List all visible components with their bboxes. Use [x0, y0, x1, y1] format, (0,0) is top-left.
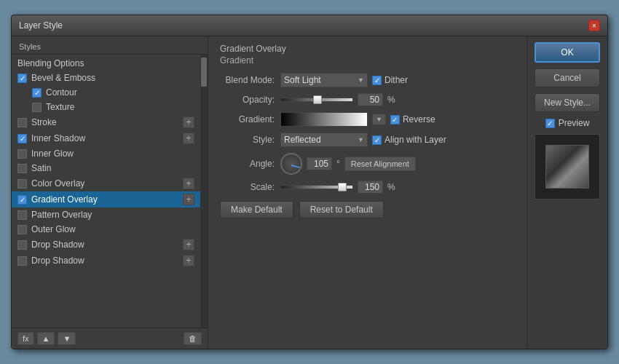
- angle-unit: °: [336, 159, 340, 169]
- sidebar-item-blending-options[interactable]: Blending Options: [12, 56, 200, 71]
- scale-unit: %: [387, 182, 395, 192]
- opacity-slider[interactable]: [280, 98, 353, 102]
- checkbox-outer-glow[interactable]: [17, 225, 27, 234]
- reverse-checkbox[interactable]: ✓: [390, 115, 400, 124]
- add-button-inner-shadow[interactable]: +: [183, 132, 194, 144]
- preview-check-label[interactable]: ✓ Preview: [545, 118, 590, 128]
- opacity-thumb: [313, 95, 322, 104]
- checkbox-texture[interactable]: [32, 103, 42, 112]
- close-button[interactable]: ×: [588, 20, 600, 31]
- checkbox-color-overlay[interactable]: [17, 179, 27, 189]
- gradient-swatch[interactable]: [280, 112, 368, 127]
- scale-label: Scale:: [220, 182, 275, 192]
- fx-button[interactable]: fx: [17, 332, 34, 345]
- opacity-control: %: [280, 93, 515, 106]
- checkbox-contour[interactable]: ✓: [32, 88, 42, 98]
- cancel-button[interactable]: Cancel: [535, 68, 600, 87]
- label-outer-glow: Outer Glow: [31, 224, 76, 234]
- sidebar-item-bevel-emboss[interactable]: ✓Bevel & Emboss: [12, 71, 200, 85]
- sidebar-item-satin[interactable]: Satin: [12, 161, 200, 175]
- footer-toolbar: fx ▲ ▼ 🗑: [12, 328, 208, 349]
- ok-button[interactable]: OK: [535, 42, 600, 63]
- sidebar-item-texture[interactable]: Texture: [12, 100, 200, 114]
- right-panel: OK Cancel New Style... ✓ Preview: [527, 36, 607, 349]
- sidebar-item-contour[interactable]: ✓Contour: [12, 85, 200, 100]
- checkbox-inner-glow[interactable]: [17, 149, 27, 159]
- label-contour: Contour: [46, 87, 77, 98]
- opacity-unit: %: [387, 95, 395, 105]
- label-gradient-overlay: Gradient Overlay: [31, 194, 98, 205]
- reverse-check-label[interactable]: ✓ Reverse: [390, 114, 435, 124]
- bottom-buttons: Make Default Reset to Default: [220, 201, 515, 218]
- scroll-thumb: [201, 58, 207, 87]
- sidebar-item-stroke[interactable]: Stroke+: [12, 114, 200, 130]
- gradient-control: ▼ ✓ Reverse: [280, 112, 515, 127]
- dither-check-label[interactable]: ✓ Dither: [372, 75, 408, 85]
- move-down-button[interactable]: ▼: [58, 332, 76, 345]
- panel-subtitle: Gradient: [220, 55, 515, 66]
- checkbox-inner-shadow[interactable]: ✓: [17, 134, 27, 143]
- label-color-overlay: Color Overlay: [31, 178, 84, 189]
- add-button-drop-shadow-1[interactable]: +: [183, 239, 194, 250]
- align-check-label[interactable]: ✓ Align with Layer: [372, 135, 446, 145]
- dither-label: Dither: [385, 75, 408, 85]
- make-default-button[interactable]: Make Default: [220, 201, 293, 218]
- label-stroke: Stroke: [31, 117, 57, 127]
- dither-checkbox[interactable]: ✓: [372, 76, 382, 85]
- add-button-stroke[interactable]: +: [183, 116, 194, 128]
- style-control: Reflected ▼ ✓ Align with Layer: [280, 132, 515, 147]
- checkbox-pattern-overlay[interactable]: [17, 210, 27, 220]
- blend-mode-arrow: ▼: [358, 76, 364, 84]
- align-checkbox[interactable]: ✓: [372, 135, 382, 145]
- opacity-input[interactable]: [358, 93, 383, 106]
- style-value: Reflected: [284, 135, 321, 145]
- preview-label: Preview: [559, 118, 590, 128]
- delete-button[interactable]: 🗑: [184, 332, 202, 345]
- sidebar-item-outer-glow[interactable]: Outer Glow: [12, 222, 200, 237]
- checkbox-satin[interactable]: [17, 164, 27, 173]
- dialog-body: Styles Blending Options✓Bevel & Emboss✓C…: [12, 36, 607, 349]
- scale-input[interactable]: [358, 181, 383, 194]
- add-button-drop-shadow-2[interactable]: +: [183, 255, 194, 266]
- scrollbar[interactable]: [200, 55, 208, 328]
- checkbox-gradient-overlay[interactable]: ✓: [17, 195, 27, 205]
- gradient-row: Gradient: ▼ ✓ Reverse: [220, 112, 515, 127]
- scale-row: Scale: %: [220, 181, 515, 194]
- angle-label: Angle:: [220, 159, 275, 169]
- new-style-button[interactable]: New Style...: [535, 93, 600, 112]
- reset-alignment-button[interactable]: Reset Alignment: [344, 157, 416, 171]
- sidebar-item-drop-shadow-1[interactable]: Drop Shadow+: [12, 237, 200, 253]
- gradient-arrow[interactable]: ▼: [372, 114, 386, 125]
- preview-checkbox[interactable]: ✓: [545, 119, 555, 128]
- sidebar-item-color-overlay[interactable]: Color Overlay+: [12, 175, 200, 191]
- angle-row: Angle: ° Reset Alignment: [220, 153, 515, 175]
- checkbox-drop-shadow-2[interactable]: [17, 256, 27, 266]
- checkbox-bevel-emboss[interactable]: ✓: [17, 74, 27, 83]
- angle-control: ° Reset Alignment: [280, 153, 515, 175]
- checkbox-drop-shadow-1[interactable]: [17, 240, 27, 250]
- style-label: Style:: [220, 135, 275, 145]
- blend-mode-value: Soft Light: [284, 75, 321, 85]
- styles-list: Blending Options✓Bevel & Emboss✓ContourT…: [12, 55, 200, 328]
- opacity-label: Opacity:: [220, 95, 275, 105]
- sidebar-item-gradient-overlay[interactable]: ✓Gradient Overlay+: [12, 191, 200, 207]
- preview-swatch: [535, 134, 600, 199]
- sidebar-item-drop-shadow-2[interactable]: Drop Shadow+: [12, 253, 200, 269]
- style-arrow: ▼: [358, 136, 364, 143]
- style-select[interactable]: Reflected ▼: [280, 132, 368, 147]
- angle-dial[interactable]: [280, 153, 302, 175]
- add-button-color-overlay[interactable]: +: [183, 178, 194, 189]
- move-up-button[interactable]: ▲: [37, 332, 55, 345]
- reset-to-default-button[interactable]: Reset to Default: [299, 201, 384, 218]
- scale-slider[interactable]: [280, 185, 353, 189]
- sidebar-item-inner-glow[interactable]: Inner Glow: [12, 146, 200, 161]
- label-blending-options: Blending Options: [17, 58, 84, 68]
- blend-mode-select[interactable]: Soft Light ▼: [280, 73, 368, 87]
- blend-mode-control: Soft Light ▼ ✓ Dither: [280, 73, 515, 87]
- checkbox-stroke[interactable]: [17, 118, 27, 127]
- sidebar-item-inner-shadow[interactable]: ✓Inner Shadow+: [12, 130, 200, 146]
- angle-input[interactable]: [307, 157, 332, 170]
- add-button-gradient-overlay[interactable]: +: [183, 194, 194, 205]
- sidebar-item-pattern-overlay[interactable]: Pattern Overlay: [12, 207, 200, 222]
- panel-title: Gradient Overlay: [220, 44, 515, 54]
